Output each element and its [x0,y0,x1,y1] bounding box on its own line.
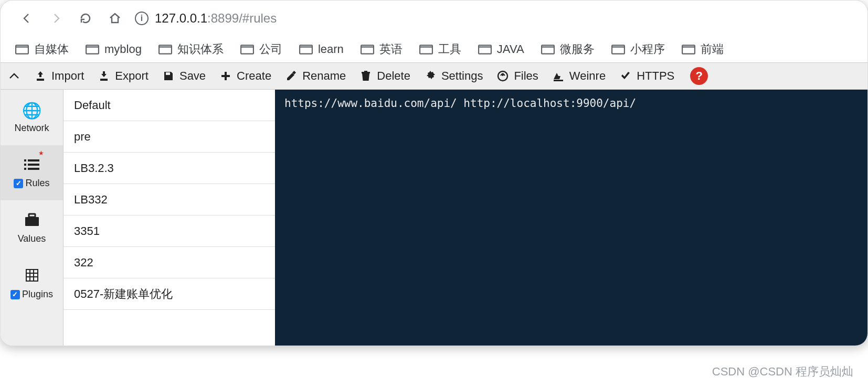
svg-rect-11 [37,79,44,81]
export-button[interactable]: Export [98,69,149,83]
site-info-icon[interactable]: i [135,12,149,25]
folder-icon [299,44,313,55]
grid-icon [25,268,39,286]
bookmark-item[interactable]: 小程序 [611,41,665,57]
sidebar-item-network[interactable]: 🌐 Network [1,90,63,145]
watermark-text: CSDN @CSDN 程序员灿灿 [712,364,853,380]
rule-item[interactable]: pre [63,121,275,153]
folder-icon [611,44,625,55]
svg-rect-25 [28,168,39,170]
rule-item[interactable]: LB332 [63,184,275,215]
rules-list[interactable]: Default pre LB3.2.3 LB332 3351 322 0527-… [63,90,275,346]
files-button[interactable]: Files [496,69,538,83]
https-button[interactable]: HTTPS [619,69,674,83]
rule-editor[interactable]: https://www.baidu.com/api/ http://localh… [275,90,867,346]
svg-rect-12 [100,79,108,81]
briefcase-icon [24,212,40,230]
rename-button[interactable]: Rename [285,69,346,83]
bookmark-item[interactable]: 微服务 [541,41,595,57]
home-button[interactable] [105,9,124,28]
app-body: 🌐 Network ★ Rules Values [1,90,867,346]
folder-icon [682,44,695,55]
checkbox-icon [14,179,23,188]
star-badge-icon: ★ [38,149,44,157]
svg-rect-15 [362,72,370,73]
svg-rect-19 [554,80,563,81]
create-button[interactable]: Create [219,69,271,83]
bookmark-item[interactable]: 自媒体 [15,41,69,57]
rule-item[interactable]: 0527-新建账单优化 [63,278,275,310]
bookmark-item[interactable]: 知识体系 [158,41,224,57]
folder-icon [15,44,29,55]
svg-rect-22 [24,164,26,166]
folder-icon [158,44,172,55]
svg-rect-13 [166,72,170,75]
help-icon[interactable]: ? [690,67,708,85]
rule-item[interactable]: 3351 [63,215,275,247]
svg-rect-23 [28,164,39,166]
save-button[interactable]: Save [162,69,206,83]
bookmark-item[interactable]: learn [299,42,344,56]
sidebar-item-plugins[interactable]: Plugins [1,256,63,312]
bookmarks-bar: 自媒体 myblog 知识体系 公司 learn 英语 工具 JAVA 微服务 … [1,36,867,62]
folder-icon [478,44,492,55]
svg-rect-26 [25,217,39,226]
bookmark-item[interactable]: 前端 [682,41,724,57]
folder-icon [86,44,99,55]
bookmark-item[interactable]: JAVA [478,42,524,56]
folder-icon [541,44,555,55]
rule-item[interactable]: LB3.2.3 [63,153,275,184]
collapse-button[interactable] [8,70,20,82]
browser-window: i 127.0.0.1:8899/#rules 自媒体 myblog 知识体系 … [0,0,868,346]
svg-rect-20 [24,159,26,161]
list-icon [24,157,40,175]
side-tabs: 🌐 Network ★ Rules Values [1,90,63,346]
forward-button[interactable] [47,9,66,28]
globe-icon: 🌐 [22,101,41,120]
back-button[interactable] [17,9,36,28]
rule-item[interactable]: 322 [63,247,275,278]
svg-rect-16 [364,71,367,72]
svg-rect-21 [28,159,39,161]
rule-item[interactable]: Default [63,90,275,121]
svg-rect-24 [24,168,26,170]
bookmark-item[interactable]: 英语 [361,41,403,57]
svg-rect-28 [26,270,38,281]
bookmark-item[interactable]: 公司 [240,41,282,57]
bookmark-item[interactable]: 工具 [419,41,461,57]
url-host: 127.0.0.1 [155,11,207,25]
browser-nav-bar: i 127.0.0.1:8899/#rules [1,1,867,36]
app-toolbar: Import Export Save Create Rename Delete … [1,62,867,90]
bookmark-item[interactable]: myblog [86,42,142,56]
delete-button[interactable]: Delete [359,69,410,83]
import-button[interactable]: Import [34,69,84,83]
sidebar-item-rules[interactable]: ★ Rules [1,145,63,201]
weinre-button[interactable]: Weinre [552,69,606,83]
folder-icon [419,44,433,55]
folder-icon [240,44,254,55]
address-bar[interactable]: i 127.0.0.1:8899/#rules [135,11,277,26]
reload-button[interactable] [76,9,95,28]
url-path: :8899/#rules [207,11,277,25]
checkbox-icon [10,290,20,299]
svg-rect-27 [29,214,35,217]
sidebar-item-values[interactable]: Values [1,201,63,256]
settings-button[interactable]: Settings [424,69,483,83]
folder-icon [361,44,374,55]
